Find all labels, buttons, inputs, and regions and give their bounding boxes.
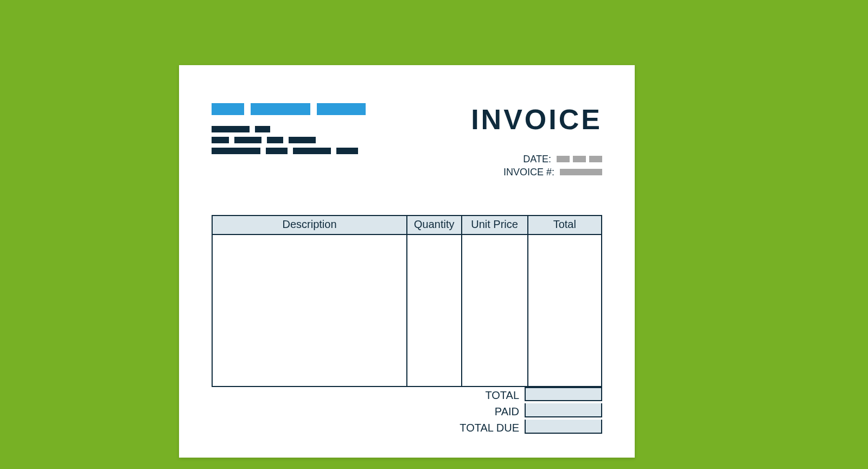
table-header-row: Description Quantity Unit Price Total bbox=[212, 216, 602, 234]
invoice-title-block: INVOICE DATE: INVOICE #: bbox=[471, 103, 602, 180]
invoice-number-row: INVOICE #: bbox=[471, 167, 602, 177]
summary-total-value bbox=[525, 387, 602, 401]
date-label: DATE: bbox=[523, 154, 551, 164]
placeholder-segment bbox=[589, 156, 602, 162]
invoice-document: INVOICE DATE: INVOICE #: bbox=[179, 65, 635, 458]
placeholder-bar bbox=[317, 103, 366, 115]
invoice-header: INVOICE DATE: INVOICE #: bbox=[212, 103, 602, 180]
summary-total-due-label: TOTAL DUE bbox=[459, 420, 525, 436]
placeholder-segment bbox=[234, 137, 261, 143]
placeholder-segment bbox=[560, 169, 602, 175]
date-placeholder bbox=[557, 156, 602, 162]
line-items-section: Description Quantity Unit Price Total TO… bbox=[212, 215, 602, 436]
summary-paid-value bbox=[525, 403, 602, 417]
col-total: Total bbox=[528, 216, 602, 234]
placeholder-segment bbox=[557, 156, 570, 162]
placeholder-segment bbox=[289, 137, 316, 143]
company-address-line bbox=[212, 137, 366, 143]
table-body-row bbox=[212, 234, 602, 386]
placeholder-segment bbox=[255, 126, 270, 132]
placeholder-segment bbox=[266, 148, 288, 154]
invoice-date-row: DATE: bbox=[471, 154, 602, 164]
company-block bbox=[212, 103, 366, 159]
line-items-table: Description Quantity Unit Price Total bbox=[212, 215, 602, 387]
placeholder-segment bbox=[573, 156, 586, 162]
placeholder-segment bbox=[212, 137, 229, 143]
company-address-line bbox=[212, 126, 366, 132]
invoice-number-placeholder bbox=[560, 169, 602, 175]
placeholder-segment bbox=[336, 148, 358, 154]
invoice-meta: DATE: INVOICE #: bbox=[471, 154, 602, 177]
invoice-title: INVOICE bbox=[471, 103, 602, 136]
placeholder-segment bbox=[212, 148, 260, 154]
company-address-line bbox=[212, 148, 366, 154]
placeholder-segment bbox=[293, 148, 331, 154]
placeholder-bar bbox=[251, 103, 310, 115]
summary-total-label: TOTAL bbox=[459, 387, 525, 403]
summary-total-due-value bbox=[525, 420, 602, 434]
placeholder-segment bbox=[267, 137, 283, 143]
placeholder-bar bbox=[212, 103, 244, 115]
cell-unit-price bbox=[462, 234, 528, 386]
cell-total bbox=[528, 234, 602, 386]
col-unit-price: Unit Price bbox=[462, 216, 528, 234]
summary-grid: TOTAL PAID TOTAL DUE bbox=[459, 387, 602, 436]
col-description: Description bbox=[212, 216, 407, 234]
company-name-placeholder bbox=[212, 103, 366, 115]
cell-quantity bbox=[407, 234, 462, 386]
col-quantity: Quantity bbox=[407, 216, 462, 234]
placeholder-segment bbox=[212, 126, 250, 132]
invoice-number-label: INVOICE #: bbox=[503, 167, 554, 177]
cell-description bbox=[212, 234, 407, 386]
summary-section: TOTAL PAID TOTAL DUE bbox=[212, 387, 602, 436]
summary-paid-label: PAID bbox=[459, 403, 525, 420]
